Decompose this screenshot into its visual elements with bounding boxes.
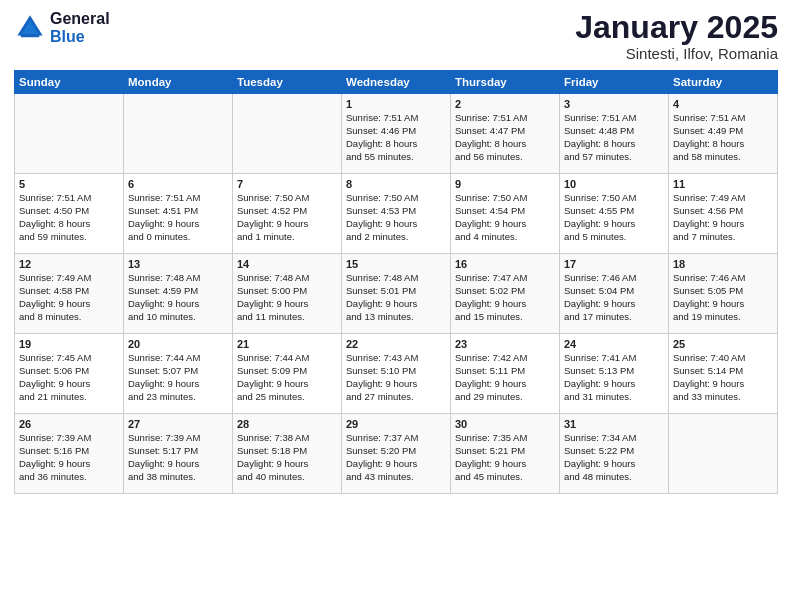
day-number: 30 <box>455 418 555 430</box>
calendar-cell: 20Sunrise: 7:44 AM Sunset: 5:07 PM Dayli… <box>124 334 233 414</box>
calendar-cell: 18Sunrise: 7:46 AM Sunset: 5:05 PM Dayli… <box>669 254 778 334</box>
day-number: 11 <box>673 178 773 190</box>
day-number: 1 <box>346 98 446 110</box>
calendar-table: Sunday Monday Tuesday Wednesday Thursday… <box>14 70 778 494</box>
day-number: 8 <box>346 178 446 190</box>
calendar-cell: 10Sunrise: 7:50 AM Sunset: 4:55 PM Dayli… <box>560 174 669 254</box>
day-number: 28 <box>237 418 337 430</box>
day-number: 12 <box>19 258 119 270</box>
calendar-cell: 17Sunrise: 7:46 AM Sunset: 5:04 PM Dayli… <box>560 254 669 334</box>
day-info: Sunrise: 7:50 AM Sunset: 4:55 PM Dayligh… <box>564 192 664 243</box>
day-info: Sunrise: 7:48 AM Sunset: 5:00 PM Dayligh… <box>237 272 337 323</box>
calendar-cell: 23Sunrise: 7:42 AM Sunset: 5:11 PM Dayli… <box>451 334 560 414</box>
svg-rect-2 <box>21 33 40 36</box>
day-number: 10 <box>564 178 664 190</box>
calendar-cell: 12Sunrise: 7:49 AM Sunset: 4:58 PM Dayli… <box>15 254 124 334</box>
header-row: Sunday Monday Tuesday Wednesday Thursday… <box>15 71 778 94</box>
day-number: 19 <box>19 338 119 350</box>
day-info: Sunrise: 7:51 AM Sunset: 4:46 PM Dayligh… <box>346 112 446 163</box>
day-info: Sunrise: 7:47 AM Sunset: 5:02 PM Dayligh… <box>455 272 555 323</box>
day-number: 27 <box>128 418 228 430</box>
calendar-cell <box>15 94 124 174</box>
calendar-cell: 26Sunrise: 7:39 AM Sunset: 5:16 PM Dayli… <box>15 414 124 494</box>
day-number: 21 <box>237 338 337 350</box>
day-info: Sunrise: 7:46 AM Sunset: 5:04 PM Dayligh… <box>564 272 664 323</box>
calendar-week-1: 5Sunrise: 7:51 AM Sunset: 4:50 PM Daylig… <box>15 174 778 254</box>
calendar-cell: 29Sunrise: 7:37 AM Sunset: 5:20 PM Dayli… <box>342 414 451 494</box>
calendar-week-3: 19Sunrise: 7:45 AM Sunset: 5:06 PM Dayli… <box>15 334 778 414</box>
day-number: 7 <box>237 178 337 190</box>
day-info: Sunrise: 7:38 AM Sunset: 5:18 PM Dayligh… <box>237 432 337 483</box>
calendar-title: January 2025 <box>575 10 778 45</box>
day-info: Sunrise: 7:51 AM Sunset: 4:49 PM Dayligh… <box>673 112 773 163</box>
day-number: 23 <box>455 338 555 350</box>
day-info: Sunrise: 7:48 AM Sunset: 5:01 PM Dayligh… <box>346 272 446 323</box>
day-info: Sunrise: 7:45 AM Sunset: 5:06 PM Dayligh… <box>19 352 119 403</box>
day-info: Sunrise: 7:50 AM Sunset: 4:52 PM Dayligh… <box>237 192 337 243</box>
logo: General Blue <box>14 10 110 45</box>
day-number: 6 <box>128 178 228 190</box>
calendar-cell: 21Sunrise: 7:44 AM Sunset: 5:09 PM Dayli… <box>233 334 342 414</box>
calendar-cell: 3Sunrise: 7:51 AM Sunset: 4:48 PM Daylig… <box>560 94 669 174</box>
day-number: 26 <box>19 418 119 430</box>
day-info: Sunrise: 7:42 AM Sunset: 5:11 PM Dayligh… <box>455 352 555 403</box>
calendar-week-0: 1Sunrise: 7:51 AM Sunset: 4:46 PM Daylig… <box>15 94 778 174</box>
day-info: Sunrise: 7:48 AM Sunset: 4:59 PM Dayligh… <box>128 272 228 323</box>
day-number: 24 <box>564 338 664 350</box>
day-number: 3 <box>564 98 664 110</box>
day-number: 18 <box>673 258 773 270</box>
day-number: 25 <box>673 338 773 350</box>
calendar-cell: 9Sunrise: 7:50 AM Sunset: 4:54 PM Daylig… <box>451 174 560 254</box>
calendar-cell: 16Sunrise: 7:47 AM Sunset: 5:02 PM Dayli… <box>451 254 560 334</box>
calendar-week-2: 12Sunrise: 7:49 AM Sunset: 4:58 PM Dayli… <box>15 254 778 334</box>
calendar-cell: 14Sunrise: 7:48 AM Sunset: 5:00 PM Dayli… <box>233 254 342 334</box>
logo-general-text: General <box>50 10 110 28</box>
logo-text: General Blue <box>50 10 110 45</box>
calendar-cell: 19Sunrise: 7:45 AM Sunset: 5:06 PM Dayli… <box>15 334 124 414</box>
calendar-cell <box>669 414 778 494</box>
calendar-cell: 24Sunrise: 7:41 AM Sunset: 5:13 PM Dayli… <box>560 334 669 414</box>
day-info: Sunrise: 7:44 AM Sunset: 5:07 PM Dayligh… <box>128 352 228 403</box>
day-info: Sunrise: 7:39 AM Sunset: 5:16 PM Dayligh… <box>19 432 119 483</box>
calendar-week-4: 26Sunrise: 7:39 AM Sunset: 5:16 PM Dayli… <box>15 414 778 494</box>
day-number: 15 <box>346 258 446 270</box>
col-sunday: Sunday <box>15 71 124 94</box>
day-info: Sunrise: 7:37 AM Sunset: 5:20 PM Dayligh… <box>346 432 446 483</box>
day-info: Sunrise: 7:51 AM Sunset: 4:47 PM Dayligh… <box>455 112 555 163</box>
col-tuesday: Tuesday <box>233 71 342 94</box>
calendar-cell: 28Sunrise: 7:38 AM Sunset: 5:18 PM Dayli… <box>233 414 342 494</box>
day-number: 16 <box>455 258 555 270</box>
day-info: Sunrise: 7:46 AM Sunset: 5:05 PM Dayligh… <box>673 272 773 323</box>
calendar-cell <box>233 94 342 174</box>
day-info: Sunrise: 7:44 AM Sunset: 5:09 PM Dayligh… <box>237 352 337 403</box>
day-info: Sunrise: 7:35 AM Sunset: 5:21 PM Dayligh… <box>455 432 555 483</box>
day-number: 29 <box>346 418 446 430</box>
calendar-cell: 13Sunrise: 7:48 AM Sunset: 4:59 PM Dayli… <box>124 254 233 334</box>
day-info: Sunrise: 7:51 AM Sunset: 4:50 PM Dayligh… <box>19 192 119 243</box>
day-number: 14 <box>237 258 337 270</box>
calendar-cell: 8Sunrise: 7:50 AM Sunset: 4:53 PM Daylig… <box>342 174 451 254</box>
day-number: 5 <box>19 178 119 190</box>
calendar-cell: 2Sunrise: 7:51 AM Sunset: 4:47 PM Daylig… <box>451 94 560 174</box>
day-number: 22 <box>346 338 446 350</box>
calendar-cell: 27Sunrise: 7:39 AM Sunset: 5:17 PM Dayli… <box>124 414 233 494</box>
day-number: 31 <box>564 418 664 430</box>
day-number: 17 <box>564 258 664 270</box>
calendar-cell: 4Sunrise: 7:51 AM Sunset: 4:49 PM Daylig… <box>669 94 778 174</box>
calendar-cell: 5Sunrise: 7:51 AM Sunset: 4:50 PM Daylig… <box>15 174 124 254</box>
day-number: 2 <box>455 98 555 110</box>
calendar-body: 1Sunrise: 7:51 AM Sunset: 4:46 PM Daylig… <box>15 94 778 494</box>
day-info: Sunrise: 7:34 AM Sunset: 5:22 PM Dayligh… <box>564 432 664 483</box>
logo-icon <box>14 12 46 44</box>
calendar-cell: 11Sunrise: 7:49 AM Sunset: 4:56 PM Dayli… <box>669 174 778 254</box>
day-info: Sunrise: 7:39 AM Sunset: 5:17 PM Dayligh… <box>128 432 228 483</box>
calendar-cell <box>124 94 233 174</box>
day-number: 4 <box>673 98 773 110</box>
day-info: Sunrise: 7:50 AM Sunset: 4:53 PM Dayligh… <box>346 192 446 243</box>
col-thursday: Thursday <box>451 71 560 94</box>
page-container: General Blue January 2025 Sintesti, Ilfo… <box>0 0 792 504</box>
calendar-cell: 25Sunrise: 7:40 AM Sunset: 5:14 PM Dayli… <box>669 334 778 414</box>
day-info: Sunrise: 7:49 AM Sunset: 4:56 PM Dayligh… <box>673 192 773 243</box>
title-block: January 2025 Sintesti, Ilfov, Romania <box>575 10 778 62</box>
day-info: Sunrise: 7:40 AM Sunset: 5:14 PM Dayligh… <box>673 352 773 403</box>
